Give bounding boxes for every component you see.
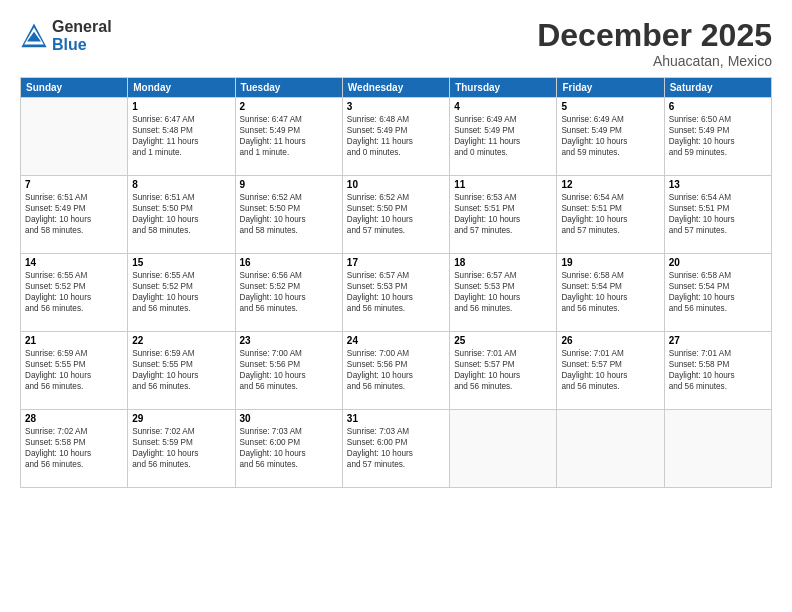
cell-info: Sunrise: 6:47 AMSunset: 5:49 PMDaylight:… xyxy=(240,114,338,158)
day-number: 11 xyxy=(454,179,552,190)
cell-info: Sunrise: 7:03 AMSunset: 6:00 PMDaylight:… xyxy=(240,426,338,470)
calendar-cell: 9Sunrise: 6:52 AMSunset: 5:50 PMDaylight… xyxy=(235,176,342,254)
month-title: December 2025 xyxy=(537,18,772,53)
cell-info: Sunrise: 7:02 AMSunset: 5:59 PMDaylight:… xyxy=(132,426,230,470)
day-number: 17 xyxy=(347,257,445,268)
day-number: 6 xyxy=(669,101,767,112)
cell-info: Sunrise: 6:48 AMSunset: 5:49 PMDaylight:… xyxy=(347,114,445,158)
calendar-cell: 12Sunrise: 6:54 AMSunset: 5:51 PMDayligh… xyxy=(557,176,664,254)
cell-info: Sunrise: 6:59 AMSunset: 5:55 PMDaylight:… xyxy=(132,348,230,392)
day-number: 13 xyxy=(669,179,767,190)
logo-icon xyxy=(20,22,48,50)
calendar-cell: 17Sunrise: 6:57 AMSunset: 5:53 PMDayligh… xyxy=(342,254,449,332)
day-number: 29 xyxy=(132,413,230,424)
calendar-cell: 28Sunrise: 7:02 AMSunset: 5:58 PMDayligh… xyxy=(21,410,128,488)
page: General Blue December 2025 Ahuacatan, Me… xyxy=(0,0,792,612)
cell-info: Sunrise: 6:47 AMSunset: 5:48 PMDaylight:… xyxy=(132,114,230,158)
calendar-cell: 30Sunrise: 7:03 AMSunset: 6:00 PMDayligh… xyxy=(235,410,342,488)
day-number: 8 xyxy=(132,179,230,190)
day-number: 28 xyxy=(25,413,123,424)
weekday-header: Friday xyxy=(557,78,664,98)
calendar-cell xyxy=(557,410,664,488)
calendar-cell: 22Sunrise: 6:59 AMSunset: 5:55 PMDayligh… xyxy=(128,332,235,410)
day-number: 12 xyxy=(561,179,659,190)
day-number: 20 xyxy=(669,257,767,268)
calendar-cell: 23Sunrise: 7:00 AMSunset: 5:56 PMDayligh… xyxy=(235,332,342,410)
day-number: 14 xyxy=(25,257,123,268)
cell-info: Sunrise: 7:00 AMSunset: 5:56 PMDaylight:… xyxy=(347,348,445,392)
calendar-week-row: 14Sunrise: 6:55 AMSunset: 5:52 PMDayligh… xyxy=(21,254,772,332)
cell-info: Sunrise: 7:01 AMSunset: 5:57 PMDaylight:… xyxy=(454,348,552,392)
day-number: 5 xyxy=(561,101,659,112)
calendar-cell: 26Sunrise: 7:01 AMSunset: 5:57 PMDayligh… xyxy=(557,332,664,410)
calendar-cell: 21Sunrise: 6:59 AMSunset: 5:55 PMDayligh… xyxy=(21,332,128,410)
cell-info: Sunrise: 6:54 AMSunset: 5:51 PMDaylight:… xyxy=(561,192,659,236)
calendar-cell: 25Sunrise: 7:01 AMSunset: 5:57 PMDayligh… xyxy=(450,332,557,410)
day-number: 18 xyxy=(454,257,552,268)
day-number: 27 xyxy=(669,335,767,346)
calendar-cell: 16Sunrise: 6:56 AMSunset: 5:52 PMDayligh… xyxy=(235,254,342,332)
cell-info: Sunrise: 6:52 AMSunset: 5:50 PMDaylight:… xyxy=(347,192,445,236)
calendar-cell: 24Sunrise: 7:00 AMSunset: 5:56 PMDayligh… xyxy=(342,332,449,410)
logo: General Blue xyxy=(20,18,112,53)
cell-info: Sunrise: 6:57 AMSunset: 5:53 PMDaylight:… xyxy=(347,270,445,314)
title-block: December 2025 Ahuacatan, Mexico xyxy=(537,18,772,69)
calendar-cell: 3Sunrise: 6:48 AMSunset: 5:49 PMDaylight… xyxy=(342,98,449,176)
cell-info: Sunrise: 6:54 AMSunset: 5:51 PMDaylight:… xyxy=(669,192,767,236)
logo-general-text: General xyxy=(52,18,112,36)
calendar-table: SundayMondayTuesdayWednesdayThursdayFrid… xyxy=(20,77,772,488)
calendar-cell: 2Sunrise: 6:47 AMSunset: 5:49 PMDaylight… xyxy=(235,98,342,176)
calendar-cell: 27Sunrise: 7:01 AMSunset: 5:58 PMDayligh… xyxy=(664,332,771,410)
calendar-cell: 20Sunrise: 6:58 AMSunset: 5:54 PMDayligh… xyxy=(664,254,771,332)
calendar-cell xyxy=(450,410,557,488)
day-number: 1 xyxy=(132,101,230,112)
day-number: 22 xyxy=(132,335,230,346)
weekday-header: Sunday xyxy=(21,78,128,98)
cell-info: Sunrise: 6:58 AMSunset: 5:54 PMDaylight:… xyxy=(669,270,767,314)
weekday-header: Wednesday xyxy=(342,78,449,98)
calendar-cell: 18Sunrise: 6:57 AMSunset: 5:53 PMDayligh… xyxy=(450,254,557,332)
calendar-cell: 15Sunrise: 6:55 AMSunset: 5:52 PMDayligh… xyxy=(128,254,235,332)
cell-info: Sunrise: 6:50 AMSunset: 5:49 PMDaylight:… xyxy=(669,114,767,158)
day-number: 4 xyxy=(454,101,552,112)
day-number: 23 xyxy=(240,335,338,346)
weekday-header: Monday xyxy=(128,78,235,98)
logo-text: General Blue xyxy=(52,18,112,53)
day-number: 24 xyxy=(347,335,445,346)
calendar-cell: 1Sunrise: 6:47 AMSunset: 5:48 PMDaylight… xyxy=(128,98,235,176)
calendar-cell: 31Sunrise: 7:03 AMSunset: 6:00 PMDayligh… xyxy=(342,410,449,488)
header: General Blue December 2025 Ahuacatan, Me… xyxy=(20,18,772,69)
day-number: 31 xyxy=(347,413,445,424)
day-number: 2 xyxy=(240,101,338,112)
cell-info: Sunrise: 6:55 AMSunset: 5:52 PMDaylight:… xyxy=(25,270,123,314)
calendar-cell: 11Sunrise: 6:53 AMSunset: 5:51 PMDayligh… xyxy=(450,176,557,254)
day-number: 9 xyxy=(240,179,338,190)
weekday-header: Thursday xyxy=(450,78,557,98)
cell-info: Sunrise: 6:49 AMSunset: 5:49 PMDaylight:… xyxy=(454,114,552,158)
cell-info: Sunrise: 6:51 AMSunset: 5:49 PMDaylight:… xyxy=(25,192,123,236)
calendar-cell: 19Sunrise: 6:58 AMSunset: 5:54 PMDayligh… xyxy=(557,254,664,332)
calendar-cell: 13Sunrise: 6:54 AMSunset: 5:51 PMDayligh… xyxy=(664,176,771,254)
cell-info: Sunrise: 6:58 AMSunset: 5:54 PMDaylight:… xyxy=(561,270,659,314)
calendar-cell: 29Sunrise: 7:02 AMSunset: 5:59 PMDayligh… xyxy=(128,410,235,488)
cell-info: Sunrise: 7:00 AMSunset: 5:56 PMDaylight:… xyxy=(240,348,338,392)
calendar-cell: 7Sunrise: 6:51 AMSunset: 5:49 PMDaylight… xyxy=(21,176,128,254)
calendar-cell: 4Sunrise: 6:49 AMSunset: 5:49 PMDaylight… xyxy=(450,98,557,176)
calendar-week-row: 28Sunrise: 7:02 AMSunset: 5:58 PMDayligh… xyxy=(21,410,772,488)
day-number: 3 xyxy=(347,101,445,112)
calendar-header-row: SundayMondayTuesdayWednesdayThursdayFrid… xyxy=(21,78,772,98)
weekday-header: Saturday xyxy=(664,78,771,98)
cell-info: Sunrise: 7:01 AMSunset: 5:57 PMDaylight:… xyxy=(561,348,659,392)
day-number: 21 xyxy=(25,335,123,346)
calendar-week-row: 21Sunrise: 6:59 AMSunset: 5:55 PMDayligh… xyxy=(21,332,772,410)
calendar-week-row: 1Sunrise: 6:47 AMSunset: 5:48 PMDaylight… xyxy=(21,98,772,176)
calendar-cell: 10Sunrise: 6:52 AMSunset: 5:50 PMDayligh… xyxy=(342,176,449,254)
cell-info: Sunrise: 6:51 AMSunset: 5:50 PMDaylight:… xyxy=(132,192,230,236)
calendar-cell xyxy=(664,410,771,488)
cell-info: Sunrise: 6:59 AMSunset: 5:55 PMDaylight:… xyxy=(25,348,123,392)
day-number: 26 xyxy=(561,335,659,346)
cell-info: Sunrise: 7:01 AMSunset: 5:58 PMDaylight:… xyxy=(669,348,767,392)
day-number: 25 xyxy=(454,335,552,346)
calendar-cell xyxy=(21,98,128,176)
cell-info: Sunrise: 6:52 AMSunset: 5:50 PMDaylight:… xyxy=(240,192,338,236)
